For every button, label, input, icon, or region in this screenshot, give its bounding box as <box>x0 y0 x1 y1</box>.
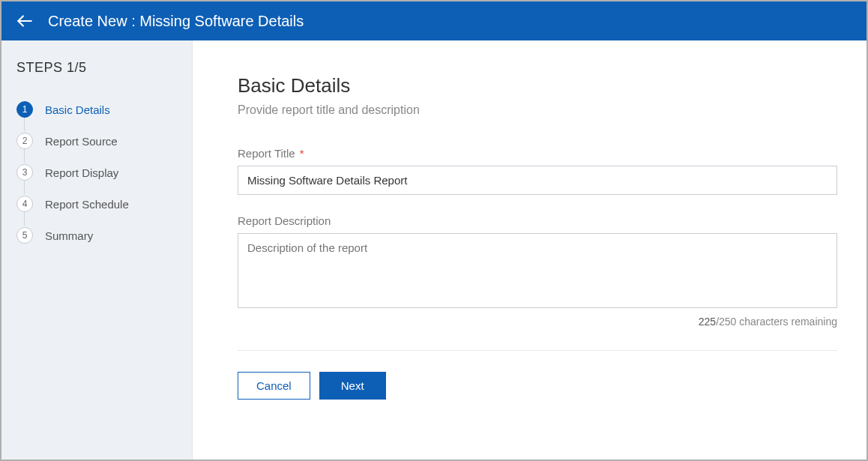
steps-sidebar: STEPS 1/5 1 Basic Details 2 Report Sourc… <box>1 40 193 460</box>
content-area: Basic Details Provide report title and d… <box>193 40 867 460</box>
section-divider <box>238 350 837 351</box>
step-report-source[interactable]: 2 Report Source <box>16 125 177 157</box>
header-title: Create New : Missing Software Details <box>48 13 304 30</box>
report-description-textarea[interactable] <box>238 233 837 308</box>
step-number: 1 <box>16 101 33 118</box>
step-number: 2 <box>16 133 33 149</box>
report-title-label: Report Title * <box>238 147 840 160</box>
step-label: Report Schedule <box>45 198 129 211</box>
report-title-group: Report Title * <box>238 147 840 195</box>
report-title-label-text: Report Title <box>238 147 295 160</box>
step-number: 3 <box>16 164 33 181</box>
step-label: Report Source <box>45 135 118 148</box>
content-subtitle: Provide report title and description <box>238 103 840 117</box>
content-title: Basic Details <box>238 74 840 97</box>
page-header: Create New : Missing Software Details <box>1 1 867 40</box>
action-buttons: Cancel Next <box>238 372 840 400</box>
required-star: * <box>297 147 304 160</box>
report-title-input[interactable] <box>238 166 837 195</box>
step-label: Summary <box>45 229 93 242</box>
step-label: Report Display <box>45 166 118 179</box>
next-button[interactable]: Next <box>319 372 386 400</box>
chars-remaining-text: /250 characters remaining <box>716 316 837 328</box>
step-number: 5 <box>16 227 33 244</box>
step-number: 4 <box>16 196 33 212</box>
step-report-schedule[interactable]: 4 Report Schedule <box>16 188 177 220</box>
step-summary[interactable]: 5 Summary <box>16 220 177 251</box>
main-container: STEPS 1/5 1 Basic Details 2 Report Sourc… <box>1 40 867 460</box>
step-basic-details[interactable]: 1 Basic Details <box>16 94 177 125</box>
report-description-group: Report Description 225/250 characters re… <box>238 214 840 328</box>
character-count: 225/250 characters remaining <box>238 316 837 328</box>
chars-used: 225 <box>699 316 716 328</box>
cancel-button[interactable]: Cancel <box>238 372 310 400</box>
report-description-label: Report Description <box>238 214 840 227</box>
steps-counter: STEPS 1/5 <box>16 60 177 76</box>
step-list: 1 Basic Details 2 Report Source 3 Report… <box>16 94 177 251</box>
step-label: Basic Details <box>45 103 110 116</box>
step-report-display[interactable]: 3 Report Display <box>16 157 177 188</box>
back-arrow-icon[interactable] <box>15 11 34 31</box>
